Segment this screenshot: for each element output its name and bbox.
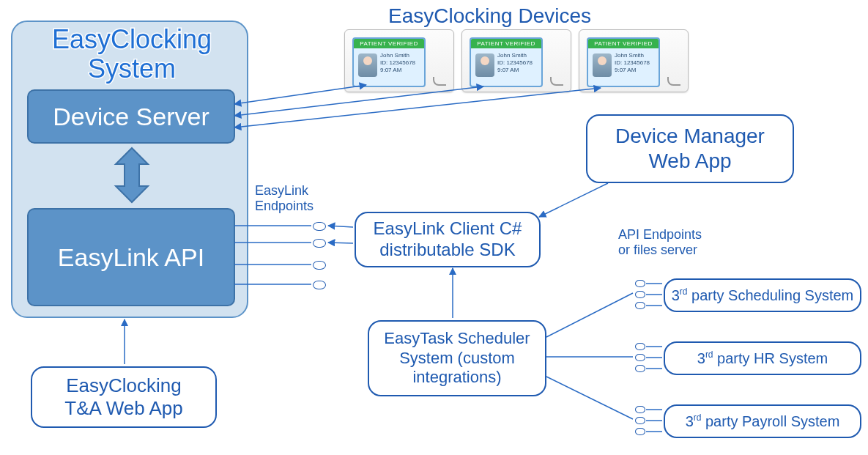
device-server-box: Device Server bbox=[27, 89, 235, 144]
endpoint-dot bbox=[635, 428, 645, 435]
endpoint-dot bbox=[635, 417, 645, 424]
endpoint-dot bbox=[313, 281, 326, 289]
third-party-hr-box: 3rd party HR System bbox=[664, 341, 861, 375]
endpoint-dot bbox=[313, 239, 326, 248]
endpoints-label: EasyLinkEndpoints bbox=[255, 183, 314, 213]
clock-device: PATIENT VERIFIEDJohn SmithID: 123456789:… bbox=[344, 29, 454, 92]
scheduler-box: EasyTask SchedulerSystem (customintegrat… bbox=[368, 320, 546, 396]
endpoint-dot bbox=[635, 291, 645, 298]
endpoint-dot bbox=[635, 406, 645, 413]
clock-device: PATIENT VERIFIEDJohn SmithID: 123456789:… bbox=[579, 29, 689, 92]
endpoint-dot bbox=[635, 343, 645, 350]
devices-heading: EasyClocking Devices bbox=[388, 4, 591, 28]
endpoint-dot bbox=[313, 261, 326, 270]
ta-webapp-box: EasyClockingT&A Web App bbox=[31, 366, 217, 428]
clock-device: PATIENT VERIFIEDJohn SmithID: 123456789:… bbox=[461, 29, 571, 92]
endpoint-dot bbox=[635, 302, 645, 309]
third-party-payroll-box: 3rd party Payroll System bbox=[664, 404, 861, 438]
endpoint-dot bbox=[635, 280, 645, 287]
svg-line-9 bbox=[328, 226, 353, 227]
endpoint-dot bbox=[313, 222, 326, 231]
endpoint-dot bbox=[635, 365, 645, 372]
device-manager-box: Device ManagerWeb App bbox=[586, 114, 794, 183]
bidirectional-arrow-icon bbox=[110, 147, 154, 204]
svg-line-11 bbox=[539, 183, 608, 217]
svg-line-10 bbox=[328, 243, 353, 243]
sdk-box: EasyLink Client C#distributable SDK bbox=[355, 212, 541, 267]
svg-line-4 bbox=[234, 88, 601, 127]
svg-line-15 bbox=[546, 377, 633, 419]
svg-line-13 bbox=[546, 293, 633, 337]
endpoint-dot bbox=[635, 354, 645, 361]
third-party-scheduling-box: 3rd party Scheduling System bbox=[664, 278, 861, 312]
api-endpoints-label: API Endpointsor files server bbox=[618, 227, 702, 257]
easylink-api-box: EasyLink API bbox=[27, 208, 235, 306]
